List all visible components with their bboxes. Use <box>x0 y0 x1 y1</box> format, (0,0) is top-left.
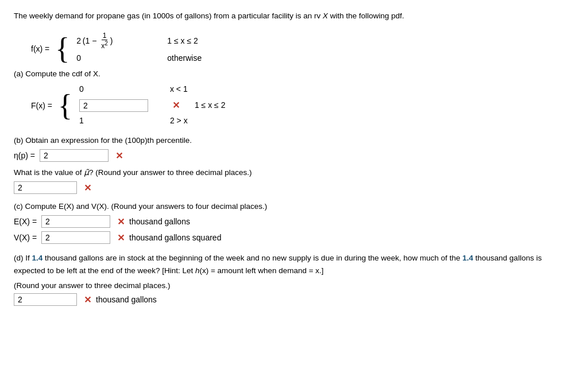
cdf-case2-input[interactable] <box>79 99 148 112</box>
part-a-label: (a) Compute the cdf of X. <box>14 69 574 78</box>
part-d-input[interactable] <box>14 293 77 306</box>
mu-input[interactable] <box>14 181 77 194</box>
part-d-text: (d) If 1.4 thousand gallons are in stock… <box>14 252 574 277</box>
eta-xmark: ✕ <box>115 150 123 161</box>
cdf-case2-xmark: ✕ <box>172 98 180 113</box>
cdf-container: F(x) = { 0 x < 1 ✕ 1 ≤ x ≤ 2 1 2 > x <box>31 83 574 128</box>
eta-row: η(p) = ✕ <box>14 149 574 162</box>
vx-unit: thousand gallons squared <box>129 233 221 242</box>
part-d-xmark: ✕ <box>84 294 91 305</box>
pdf-case2-cond: otherwise <box>167 52 202 65</box>
vx-row: V(X) = ✕ thousand gallons squared <box>14 231 574 244</box>
highlight-2: 1.4 <box>462 254 473 262</box>
pdf-case2-expr: 0 <box>76 52 157 65</box>
ex-label: E(X) = <box>14 217 37 226</box>
part-c-label: (c) Compute E(X) and V(X). (Round your a… <box>14 202 574 211</box>
part-d: (d) If 1.4 thousand gallons are in stock… <box>14 252 574 306</box>
intro-text: The weekly demand for propane gas (in 10… <box>14 10 574 22</box>
cdf-case2-cond: 1 ≤ x ≤ 2 <box>195 99 226 112</box>
vx-xmark: ✕ <box>117 232 125 243</box>
cdf-case3: 1 2 > x <box>79 114 226 128</box>
cdf-case2-input-wrapper <box>79 99 160 112</box>
cdf-case3-cond: 2 > x <box>170 114 188 128</box>
pdf-brace: { <box>55 34 69 64</box>
pdf-case1-cond: 1 ≤ x ≤ 2 <box>167 34 198 48</box>
pdf-case2: 0 otherwise <box>76 52 202 65</box>
part-b: (b) Obtain an expression for the (100p)t… <box>14 136 574 194</box>
pdf-cases: 2 (1 − 1x2) 1 ≤ x ≤ 2 0 otherwise <box>76 32 202 65</box>
ex-unit: thousand gallons <box>129 217 190 226</box>
part-c: (c) Compute E(X) and V(X). (Round your a… <box>14 202 574 244</box>
part-b-label: (b) Obtain an expression for the (100p)t… <box>14 136 574 145</box>
cdf-case1: 0 x < 1 <box>79 83 226 96</box>
eta-input[interactable] <box>40 149 109 162</box>
highlight-1: 1.4 <box>32 254 43 262</box>
pdf-case1-expr: 2 (1 − 1x2) <box>76 32 157 50</box>
part-d-answer-row: ✕ thousand gallons <box>14 293 574 306</box>
vx-input[interactable] <box>41 231 110 244</box>
vx-label: V(X) = <box>14 233 37 242</box>
mu-row: ✕ <box>14 181 574 194</box>
part-d-unit: thousand gallons <box>96 295 157 304</box>
cdf-case1-cond: x < 1 <box>170 83 188 96</box>
pdf-case1: 2 (1 − 1x2) 1 ≤ x ≤ 2 <box>76 32 202 50</box>
part-a: (a) Compute the cdf of X. F(x) = { 0 x <… <box>14 69 574 128</box>
cdf-label: F(x) = <box>31 101 52 110</box>
ex-row: E(X) = ✕ thousand gallons <box>14 215 574 228</box>
pdf-section: f(x) = { 2 (1 − 1x2) 1 ≤ x ≤ 2 0 otherwi… <box>31 32 574 65</box>
part-d-round: (Round your answer to three decimal plac… <box>14 281 574 290</box>
eta-label: η(p) = <box>14 151 35 160</box>
pdf-label: f(x) = <box>31 44 49 53</box>
ex-xmark: ✕ <box>117 216 125 227</box>
cdf-case2: ✕ 1 ≤ x ≤ 2 <box>79 98 226 113</box>
cdf-brace: { <box>58 91 72 121</box>
mu-section: What is the value of μ̃? (Round your ans… <box>14 168 574 194</box>
mu-question: What is the value of μ̃? (Round your ans… <box>14 168 574 177</box>
ex-input[interactable] <box>41 215 110 228</box>
cdf-case3-expr: 1 <box>79 114 160 128</box>
cdf-case1-expr: 0 <box>79 83 160 96</box>
cdf-cases: 0 x < 1 ✕ 1 ≤ x ≤ 2 1 2 > x <box>79 83 226 128</box>
mu-xmark: ✕ <box>84 182 91 193</box>
